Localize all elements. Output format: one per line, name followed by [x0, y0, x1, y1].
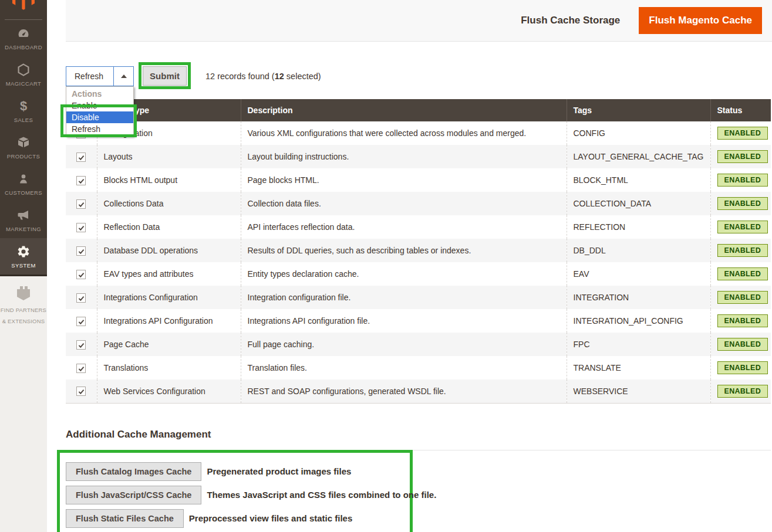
- flush-magento-cache-button[interactable]: Flush Magento Cache: [639, 7, 762, 34]
- row-checkbox-cell: [66, 145, 97, 168]
- column-header-status[interactable]: Status: [710, 99, 771, 121]
- description-cell: REST and SOAP configurations, generated …: [241, 379, 567, 403]
- cache-type-cell: Integrations Configuration: [97, 286, 241, 309]
- hexagon-icon: [16, 62, 31, 77]
- table-row: Integrations API Configuration Integrati…: [66, 309, 771, 333]
- sidebar-item-label: SALES: [14, 117, 33, 123]
- action-dropdown: ActionsEnableDisableRefresh: [66, 86, 134, 137]
- sidebar-item-dashboard[interactable]: DASHBOARD: [0, 20, 47, 56]
- flush-cache-button[interactable]: Flush Catalog Images Cache: [66, 462, 201, 481]
- status-cell: ENABLED: [710, 239, 771, 262]
- row-checkbox[interactable]: [76, 199, 86, 209]
- sidebar-item-products[interactable]: PRODUCTS: [0, 129, 47, 165]
- cache-type-cell: EAV types and attributes: [97, 262, 241, 286]
- row-checkbox[interactable]: [76, 293, 86, 303]
- row-checkbox[interactable]: [76, 176, 86, 185]
- tag-cell: LAYOUT_GENERAL_CACHE_TAG: [567, 145, 710, 168]
- tag-cell: INTEGRATION_API_CONFIG: [567, 309, 710, 333]
- cache-type-cell: Page Cache: [97, 333, 241, 356]
- page-header: Flush Cache Storage Flush Magento Cache: [66, 0, 772, 42]
- row-checkbox[interactable]: [76, 246, 86, 256]
- status-cell: ENABLED: [710, 309, 771, 333]
- flush-cache-button[interactable]: Flush JavaScript/CSS Cache: [66, 486, 201, 504]
- status-badge: ENABLED: [717, 221, 768, 233]
- flush-cache-storage-button[interactable]: Flush Cache Storage: [521, 15, 620, 26]
- person-icon: [16, 171, 31, 187]
- status-badge: ENABLED: [717, 338, 768, 351]
- additional-actions-wrap: Flush Catalog Images Cache Pregenerated …: [66, 450, 771, 532]
- cache-type-cell: Layouts: [97, 145, 241, 168]
- cache-table-body: Configuration Various XML configurations…: [66, 121, 771, 403]
- row-checkbox-cell: [66, 168, 97, 192]
- column-header-tags[interactable]: Tags: [567, 99, 710, 121]
- status-cell: ENABLED: [710, 168, 771, 192]
- find-partners-label-line1: FIND PARTNERS: [0, 306, 47, 314]
- find-partners-label-line2: & EXTENSIONS: [0, 317, 47, 326]
- cache-type-cell: Web Services Configuration: [97, 379, 241, 403]
- tag-cell: REFLECTION: [567, 215, 710, 239]
- row-checkbox-cell: [66, 309, 97, 333]
- sidebar: DASHBOARD MAGICCART $ SALES PRODUCTS CUS…: [0, 0, 47, 532]
- additional-actions: Flush Catalog Images Cache Pregenerated …: [66, 462, 410, 528]
- flush-cache-button[interactable]: Flush Static Files Cache: [66, 509, 184, 528]
- description-cell: Integration configuration file.: [241, 286, 567, 309]
- sidebar-item-marketing[interactable]: MARKETING: [0, 202, 47, 238]
- row-checkbox[interactable]: [76, 364, 86, 373]
- table-row: EAV types and attributes Entity types de…: [66, 262, 771, 286]
- sidebar-item-sales[interactable]: $ SALES: [0, 93, 47, 129]
- description-cell: Collection data files.: [241, 192, 567, 215]
- sidebar-item-magiccart[interactable]: MAGICCART: [0, 56, 47, 93]
- status-cell: ENABLED: [710, 333, 771, 356]
- status-badge: ENABLED: [717, 361, 768, 374]
- row-checkbox-cell: [66, 262, 97, 286]
- sidebar-item-label: PRODUCTS: [7, 153, 41, 160]
- status-cell: ENABLED: [710, 286, 771, 309]
- tag-cell: DB_DDL: [567, 239, 710, 262]
- column-header-description[interactable]: Description: [241, 99, 567, 121]
- row-checkbox[interactable]: [76, 153, 86, 162]
- tag-cell: INTEGRATION: [567, 286, 710, 309]
- additional-action-row: Flush Catalog Images Cache Pregenerated …: [66, 462, 410, 481]
- status-cell: ENABLED: [710, 215, 771, 239]
- additional-action-row: Flush Static Files Cache Preprocessed vi…: [66, 509, 410, 528]
- table-row: Configuration Various XML configurations…: [66, 121, 771, 145]
- dropdown-option-refresh[interactable]: Refresh: [66, 123, 133, 135]
- row-checkbox[interactable]: [76, 340, 86, 350]
- sidebar-item-system[interactable]: SYSTEM: [0, 238, 47, 275]
- description-cell: Results of DDL queries, such as describi…: [241, 239, 567, 262]
- row-checkbox-cell: [66, 379, 97, 403]
- magento-logo-icon: [12, 0, 35, 10]
- dropdown-option-disable[interactable]: Disable: [66, 111, 133, 123]
- sidebar-item-label: SYSTEM: [11, 262, 35, 269]
- sidebar-item-find-partners[interactable]: FIND PARTNERS & EXTENSIONS: [0, 276, 47, 326]
- lego-icon: [15, 293, 32, 303]
- flush-cache-description: Preprocessed view files and static files: [189, 513, 352, 523]
- annotation-box-submit: Submit: [139, 62, 191, 89]
- submit-button[interactable]: Submit: [143, 66, 187, 86]
- row-checkbox-cell: [66, 239, 97, 262]
- cache-table-header: Cache Type Description Tags Status: [66, 99, 771, 121]
- section-title: Additional Cache Management: [66, 429, 771, 440]
- table-row: Reflection Data API interfaces reflectio…: [66, 215, 771, 239]
- status-cell: ENABLED: [710, 145, 771, 168]
- dollar-icon: $: [20, 99, 27, 114]
- mass-action-select[interactable]: Refresh: [66, 66, 134, 86]
- description-cell: Integrations API configuration file.: [241, 309, 567, 333]
- magento-logo[interactable]: [0, 0, 47, 11]
- select-arrow-button[interactable]: [113, 67, 133, 86]
- cache-type-cell: Collections Data: [97, 192, 241, 215]
- sidebar-item-customers[interactable]: CUSTOMERS: [0, 165, 47, 202]
- additional-action-row: Flush JavaScript/CSS Cache Themes JavaSc…: [66, 486, 410, 504]
- row-checkbox[interactable]: [76, 387, 86, 396]
- cache-type-cell: Reflection Data: [97, 215, 241, 239]
- description-cell: Layout building instructions.: [241, 145, 567, 168]
- dropdown-option-actions[interactable]: Actions: [66, 88, 133, 100]
- dropdown-option-enable[interactable]: Enable: [66, 100, 133, 111]
- status-badge: ENABLED: [717, 150, 768, 163]
- cache-type-cell: Translations: [97, 356, 241, 379]
- row-checkbox[interactable]: [76, 317, 86, 326]
- row-checkbox[interactable]: [76, 223, 86, 232]
- content: Refresh ActionsEnableDisableRefresh Subm…: [47, 66, 772, 532]
- row-checkbox[interactable]: [76, 270, 86, 279]
- gear-icon: [16, 244, 31, 259]
